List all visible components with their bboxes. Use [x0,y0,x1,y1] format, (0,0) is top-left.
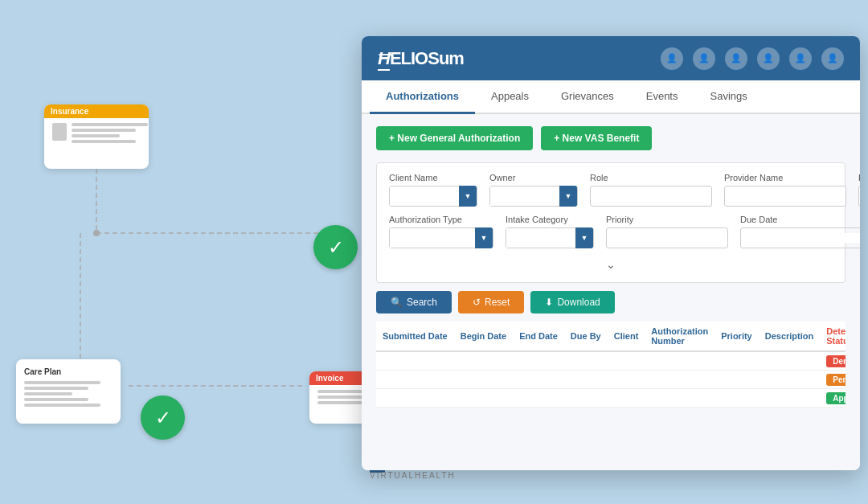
app-header: ĦELIOSum 👤 👤 👤 👤 👤 👤 [362,36,860,80]
col-auth-number: AuthorizationNumber [645,322,714,351]
reset-icon: ↺ [473,297,481,308]
care-plan-title: Care Plan [24,367,113,376]
request-field: Request [858,173,860,207]
download-button[interactable]: ⬇ Download [530,291,614,313]
new-vas-benefit-button[interactable]: + New VAS Benefit [541,126,652,150]
header-icon-4[interactable]: 👤 [757,47,780,70]
auth-type-dropdown-icon[interactable]: ▼ [475,227,493,248]
svg-point-8 [93,230,100,236]
nav-tabs: Authorizations Appeals Grievances Events… [362,80,860,114]
workflow-check-1: ✓ [313,225,358,269]
header-icon-5[interactable]: 👤 [789,47,812,70]
header-icons: 👤 👤 👤 👤 👤 👤 [661,47,844,70]
table-row[interactable]: Approved [376,389,845,408]
status-badge-denied: Denied [826,355,845,367]
insurance-card: Insurance [44,104,149,169]
col-client: Client [608,322,645,351]
search-icon: 🔍 [391,297,403,308]
filter-row-2: Authorization Type ▼ Intake Category ▼ P… [389,215,833,248]
role-label: Role [590,173,712,182]
intake-category-field: Intake Category ▼ [506,215,594,248]
footer-logo-sub: VIRTUALHEALTH [370,471,456,480]
table-header: Submitted Date Begin Date End Date Due B… [376,322,845,351]
priority-field: Priority [606,215,728,248]
status-badge-pending: Pending [826,374,845,386]
owner-field: Owner ▼ [489,173,578,207]
col-end-date: End Date [513,322,564,351]
content-area: + New General Authorization + New VAS Be… [362,114,860,470]
action-buttons: + New General Authorization + New VAS Be… [376,126,845,150]
status-badge-approved: Approved [826,392,845,404]
header-icon-3[interactable]: 👤 [725,47,747,70]
table-row[interactable]: Pending [376,371,845,389]
due-date-text[interactable] [741,233,860,243]
col-description: Description [759,322,821,351]
role-field: Role [590,173,712,207]
client-name-field: Client Name ▼ [389,173,477,207]
tab-savings[interactable]: Savings [694,80,763,114]
tab-events[interactable]: Events [630,80,694,114]
tab-grievances[interactable]: Grievances [545,80,630,114]
tab-appeals[interactable]: Appeals [475,80,545,114]
owner-dropdown-icon[interactable]: ▼ [559,186,577,207]
expand-filters-row[interactable]: ⌄ [389,256,833,272]
download-icon: ⬇ [545,297,553,308]
col-status: Determin.Status [820,322,845,351]
due-date-input[interactable]: 📅 [740,227,860,248]
provider-name-input[interactable] [724,186,846,207]
owner-label: Owner [489,173,578,182]
app-logo: ĦELIOSum [378,48,464,69]
provider-name-field: Provider Name [724,173,846,207]
filter-row-1: Client Name ▼ Owner ▼ Role [389,173,833,207]
col-priority: Priority [714,322,759,351]
intake-category-select[interactable]: ▼ [506,227,594,248]
client-name-dropdown-icon[interactable]: ▼ [459,186,477,207]
header-icon-6[interactable]: 👤 [821,47,844,70]
auth-type-select[interactable]: ▼ [389,227,493,248]
request-input[interactable] [858,186,860,207]
intake-category-label: Intake Category [506,215,594,224]
table-body: Denied Pending [376,351,845,408]
chevron-down-icon[interactable]: ⌄ [606,258,616,271]
provider-name-label: Provider Name [724,173,846,182]
results-table: Submitted Date Begin Date End Date Due B… [376,322,845,408]
new-general-auth-button[interactable]: + New General Authorization [376,126,533,150]
header-icon-1[interactable]: 👤 [661,47,683,70]
tab-authorizations[interactable]: Authorizations [370,80,475,114]
search-buttons: 🔍 Search ↺ Reset ⬇ Download [376,291,845,313]
priority-input[interactable] [606,227,728,248]
client-name-label: Client Name [389,173,477,182]
priority-label: Priority [606,215,728,224]
checkmark-icon-2: ✓ [155,407,171,429]
auth-type-field: Authorization Type ▼ [389,215,493,248]
intake-category-dropdown-icon[interactable]: ▼ [575,227,593,248]
filter-form: Client Name ▼ Owner ▼ Role [376,162,845,283]
col-submitted-date: Submitted Date [376,322,454,351]
due-date-field: Due Date 📅 [740,215,860,248]
table-row[interactable]: Denied [376,351,845,371]
col-begin-date: Begin Date [454,322,513,351]
client-name-select[interactable]: ▼ [389,186,477,207]
auth-type-label: Authorization Type [389,215,493,224]
role-input[interactable] [590,186,712,207]
owner-select[interactable]: ▼ [489,186,578,207]
checkmark-icon: ✓ [328,236,344,259]
reset-button[interactable]: ↺ Reset [458,291,524,313]
search-button[interactable]: 🔍 Search [376,291,452,313]
app-window: ĦELIOSum 👤 👤 👤 👤 👤 👤 Authorizations Appe… [362,36,860,470]
col-due-by: Due By [564,322,608,351]
care-plan-card: Care Plan [16,359,121,424]
workflow-check-2: ✓ [141,395,185,440]
due-date-label: Due Date [740,215,860,224]
insurance-card-title: Insurance [44,104,149,118]
request-label: Request [858,173,860,182]
header-icon-2[interactable]: 👤 [693,47,715,70]
results-container[interactable]: Submitted Date Begin Date End Date Due B… [376,322,845,408]
